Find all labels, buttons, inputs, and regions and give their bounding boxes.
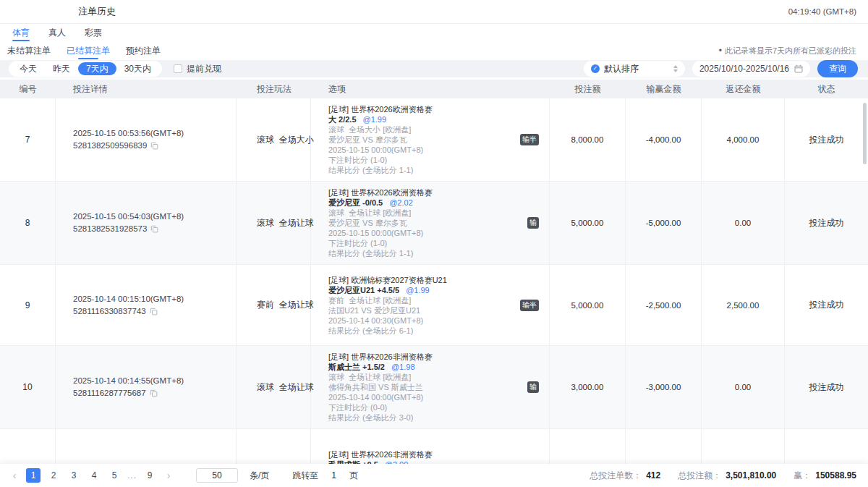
option-detail-line: 结果比分 (全场比分 3-0)	[328, 412, 520, 423]
range-yesterday[interactable]: 昨天	[45, 62, 78, 75]
table-row: 10 2025-10-14 00:14:55(GMT+8) 5281116287…	[0, 346, 868, 429]
col-header-detail: 投注详情	[56, 80, 237, 98]
table-row: 8 2025-10-15 00:54:03(GMT+8) 52813825319…	[0, 182, 868, 265]
result-badge: 输	[527, 217, 539, 229]
option-detail-line: 2025-10-14 00:00(GMT+8)	[328, 392, 520, 402]
pick-selection: 大 2/2.5	[328, 114, 357, 124]
odds-value: @2.02	[389, 198, 413, 208]
tab-lottery[interactable]: 彩票	[85, 24, 102, 41]
league-name: [足球] 世界杯2026欧洲资格赛	[328, 104, 520, 114]
option-detail-line: 下注时比分 (1-0)	[328, 238, 520, 248]
col-header-returned: 返还金额	[702, 80, 785, 98]
tab-live[interactable]: 真人	[48, 24, 66, 41]
status-text: 投注成功	[785, 346, 868, 428]
page-button-2[interactable]: 2	[46, 468, 61, 483]
returned-amount: 4,000.00	[702, 98, 785, 181]
subtab-settled[interactable]: 已结算注单	[67, 41, 110, 60]
table-header: 编号 投注详情 投注玩法 选项 投注额 输赢金额 返还金额 状态	[0, 80, 868, 98]
copy-icon[interactable]	[150, 389, 158, 397]
odds-value: @1.98	[391, 362, 415, 372]
note-bullet-icon: •	[719, 46, 722, 56]
col-header-id: 编号	[0, 80, 56, 98]
result-badge: 输半	[520, 300, 539, 311]
order-history-page: 注单历史 04:19:40 (GMT+8) 体育 真人 彩票 未结算注单 已结算…	[0, 0, 868, 487]
bet-play-cell: 滚球 全场让球	[237, 346, 311, 428]
pagination: ‹ 12345...9 › 条/页 跳转至 1 页	[9, 468, 358, 483]
returned-amount: 0.00	[702, 346, 785, 428]
page-button-3[interactable]: 3	[67, 468, 81, 483]
option-detail-line: 滚球 全场让球 [欧洲盘]	[328, 208, 520, 218]
bet-play-cell: 滚球 全场让球	[237, 182, 311, 264]
page-button-4[interactable]: 4	[87, 468, 101, 483]
bets-table: 编号 投注详情 投注玩法 选项 投注额 输赢金额 返还金额 状态 7 2025-…	[0, 80, 868, 487]
bet-option-cell: [足球] 世界杯2026非洲资格赛 斯威士兰 +1.5/2 @1.98 滚球 全…	[311, 346, 550, 428]
early-cashout-checkbox[interactable]	[174, 64, 182, 73]
bet-detail-cell: 2025-10-15 00:54:03(GMT+8) 5281382531928…	[56, 182, 237, 264]
jump-page-input[interactable]: 1	[331, 470, 336, 480]
pick-selection: 爱沙尼亚U21 +4.5/5	[328, 285, 399, 295]
bet-option-cell: [足球] 世界杯2026欧洲资格赛 爱沙尼亚 -0/0.5 @2.02 滚球 全…	[311, 182, 550, 264]
stake-amount: 5,000.00	[550, 182, 626, 264]
prev-page-icon[interactable]: ‹	[9, 470, 20, 480]
bet-order-id: 5281382509596839	[73, 140, 147, 152]
status-text: 投注成功	[785, 265, 868, 345]
stake-amount: 8,000.00	[550, 98, 626, 181]
page-ellipsis: ...	[127, 470, 137, 480]
total-win-label: 赢：	[793, 470, 811, 482]
col-header-play: 投注玩法	[237, 80, 311, 98]
league-name: [足球] 世界杯2026欧洲资格赛	[328, 187, 520, 198]
stake-amount: 3,000.00	[550, 346, 626, 428]
calendar-icon	[794, 64, 803, 73]
option-detail-line: 结果比分 (全场比分 1-1)	[328, 165, 520, 175]
copy-icon[interactable]	[150, 308, 158, 316]
settlement-subtabs: 未结算注单 已结算注单 预约注单 • 此记录将显示7天内所有已派彩的投注	[0, 41, 868, 60]
query-button[interactable]: 查询	[817, 60, 858, 77]
bet-detail-cell: 2025-10-14 00:14:55(GMT+8) 5281116287775…	[56, 346, 237, 428]
option-detail-line: 结果比分 (全场比分 6-1)	[328, 326, 520, 336]
page-button-1[interactable]: 1	[26, 468, 41, 483]
jump-to-label: 跳转至	[292, 470, 318, 482]
early-cashout-filter[interactable]: 提前兑现	[174, 63, 221, 75]
bet-time: 2025-10-14 00:15:10(GMT+8)	[73, 293, 184, 305]
page-button-5[interactable]: 5	[107, 468, 122, 483]
option-detail-line: 2025-10-15 00:00(GMT+8)	[328, 145, 520, 155]
subtab-unsettled[interactable]: 未结算注单	[7, 41, 51, 60]
subtab-reserved[interactable]: 预约注单	[126, 41, 161, 60]
sort-select[interactable]: ✓ 默认排序	[584, 61, 685, 77]
winloss-amount: -5,000.00	[626, 182, 702, 264]
page-numbers: 12345...9	[26, 468, 157, 483]
option-detail-line: 滚球 全场让球 [欧洲盘]	[328, 372, 520, 382]
total-count-label: 总投注单数：	[590, 470, 642, 482]
option-detail-line: 结果比分 (全场比分 1-1)	[328, 248, 520, 258]
tab-sports[interactable]: 体育	[12, 24, 30, 41]
jump-page-unit: 页	[349, 470, 358, 482]
option-detail-line: 下注时比分 (0-0)	[328, 402, 520, 412]
option-detail-line: 滚球 全场大小 [欧洲盘]	[328, 124, 520, 135]
bet-option-cell: [足球] 欧洲锦标赛2027资格赛U21 爱沙尼亚U21 +4.5/5 @1.9…	[311, 265, 550, 345]
bet-order-id: 5281116330837743	[73, 305, 146, 318]
date-range-value: 2025/10/10-2025/10/16	[699, 64, 789, 74]
page-size-input[interactable]	[196, 468, 238, 483]
range-7days[interactable]: 7天内	[78, 62, 116, 75]
next-page-icon[interactable]: ›	[163, 470, 174, 480]
option-detail-line: 下注时比分 (1-0)	[328, 155, 520, 165]
bet-time: 2025-10-15 00:54:03(GMT+8)	[73, 211, 184, 223]
vertical-scrollbar[interactable]	[863, 103, 867, 164]
copy-icon[interactable]	[150, 142, 158, 150]
total-win-value: 150588.95	[815, 470, 856, 480]
table-body: 7 2025-10-15 00:53:56(GMT+8) 52813825095…	[0, 98, 868, 487]
bet-detail-cell: 2025-10-14 00:15:10(GMT+8) 5281116330837…	[56, 265, 237, 345]
bet-option-cell: [足球] 世界杯2026欧洲资格赛 大 2/2.5 @1.99 滚球 全场大小 …	[311, 98, 550, 181]
totals-summary: 总投注单数： 412 总投注额： 3,501,810.00 赢： 150588.…	[590, 470, 856, 482]
row-number: 10	[0, 346, 56, 428]
range-30days[interactable]: 30天内	[116, 62, 159, 75]
col-header-option: 选项	[311, 80, 550, 98]
col-header-status: 状态	[785, 80, 868, 98]
page-button-9[interactable]: 9	[142, 468, 157, 483]
early-cashout-label: 提前兑现	[187, 63, 221, 75]
date-range-segment: 今天 昨天 7天内 30天内	[9, 61, 162, 77]
copy-icon[interactable]	[150, 225, 158, 233]
range-today[interactable]: 今天	[12, 62, 45, 75]
sort-arrows-icon	[673, 65, 678, 72]
date-range-picker[interactable]: 2025/10/10-2025/10/16	[692, 61, 810, 77]
